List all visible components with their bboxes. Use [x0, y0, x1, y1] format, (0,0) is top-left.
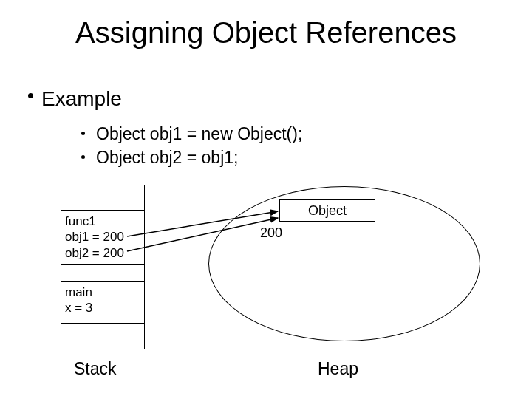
bullet-dot-icon [81, 132, 85, 135]
code-line-1: Object obj1 = new Object(); [96, 124, 302, 144]
frame-name: func1 [65, 214, 140, 229]
bullet-dot-icon [81, 155, 85, 159]
bullet-example: Example [41, 87, 122, 111]
slide: Assigning Object References Example Obje… [0, 0, 532, 399]
code-line-2: Object obj2 = obj1; [96, 148, 238, 168]
frame-var-obj1: obj1 = 200 [65, 229, 140, 245]
heap-object-box: Object [279, 200, 375, 222]
stack-label: Stack [74, 359, 117, 379]
stack-frame-main: main x = 3 [61, 281, 144, 324]
bullet-dot-icon [28, 93, 33, 98]
heap-address: 200 [260, 225, 282, 241]
frame-var-x: x = 3 [65, 300, 140, 316]
slide-title: Assigning Object References [0, 16, 532, 50]
stack-frame-func1: func1 obj1 = 200 obj2 = 200 [61, 210, 144, 265]
frame-name: main [65, 284, 140, 300]
heap-label: Heap [318, 359, 358, 379]
stack-column: func1 obj1 = 200 obj2 = 200 main x = 3 [61, 185, 145, 349]
frame-var-obj2: obj2 = 200 [65, 245, 140, 261]
